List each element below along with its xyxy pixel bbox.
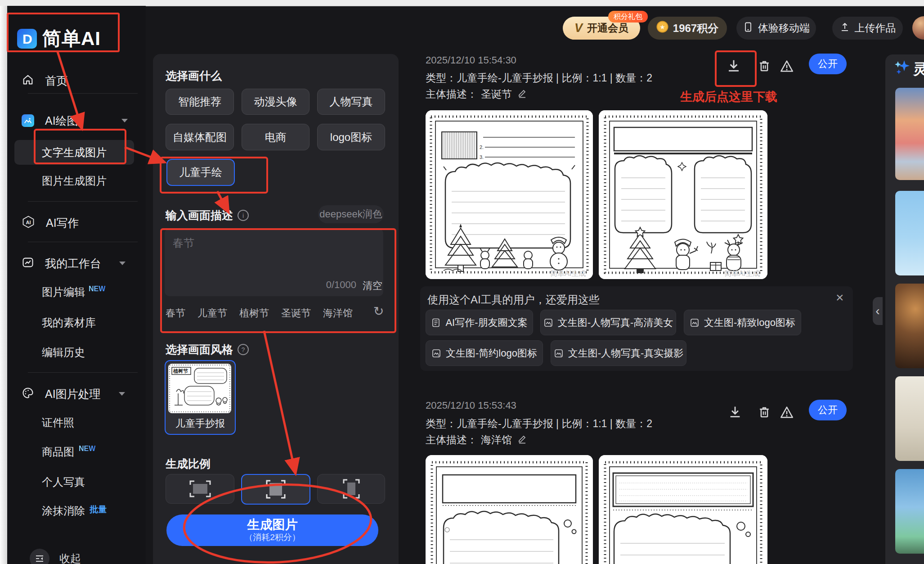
tag-item[interactable]: 海洋馆 bbox=[323, 307, 353, 320]
generated-image-ocean-2[interactable] bbox=[599, 455, 767, 564]
publish-button[interactable]: 公开 bbox=[809, 54, 847, 74]
recommend-chip-writing[interactable]: AI写作-朋友圈文案 bbox=[426, 310, 533, 335]
sidebar-item-label: 编辑历史 bbox=[42, 346, 85, 358]
delete-button[interactable] bbox=[757, 59, 772, 76]
sidebar-item-image-to-image[interactable]: 图片生成图片 bbox=[42, 173, 107, 189]
svg-text:T: T bbox=[696, 324, 698, 327]
publish-button[interactable]: 公开 bbox=[809, 400, 847, 420]
upload-work-label: 上传作品 bbox=[855, 21, 896, 35]
sidebar-item-ai-draw[interactable]: AI绘图 bbox=[22, 110, 139, 131]
window-top-edge bbox=[0, 0, 924, 6]
ai-writing-icon: AI bbox=[22, 215, 35, 230]
report-button[interactable] bbox=[779, 59, 794, 76]
category-smart[interactable]: 智能推荐 bbox=[166, 89, 234, 115]
credits-button[interactable]: ★ 1967积分 bbox=[648, 17, 727, 40]
category-portrait[interactable]: 人物写真 bbox=[317, 89, 385, 115]
clear-button[interactable]: 清空 bbox=[363, 279, 382, 293]
category-logo[interactable]: logo图标 bbox=[317, 124, 385, 150]
sidebar-item-text-to-image[interactable]: 文字生成图片 bbox=[14, 140, 134, 165]
ratio-option-portrait[interactable] bbox=[317, 474, 385, 504]
refresh-icon[interactable]: ↻ bbox=[373, 304, 384, 319]
report-button[interactable] bbox=[779, 405, 794, 422]
sidebar-item-label: 商品图 bbox=[42, 445, 74, 459]
generated-image-christmas-2[interactable]: 简单AI生成 bbox=[599, 110, 767, 279]
svg-text:T: T bbox=[550, 324, 552, 327]
watermark: 简单AI生成 bbox=[724, 270, 760, 277]
tag-item[interactable]: 植树节 bbox=[239, 307, 269, 320]
home-icon bbox=[22, 73, 34, 88]
info-icon[interactable]: i bbox=[238, 210, 249, 221]
desc-title: 输入画面描述 i bbox=[166, 208, 249, 223]
desc-value: 圣诞节 bbox=[481, 87, 512, 101]
mobile-app-button[interactable]: 体验移动端 bbox=[736, 17, 816, 40]
edit-pencil-icon[interactable] bbox=[517, 434, 527, 447]
sidebar-collapse-button[interactable]: 收起 bbox=[30, 549, 81, 564]
inspiration-thumbnail[interactable] bbox=[895, 469, 924, 554]
download-button[interactable] bbox=[725, 58, 742, 77]
collapse-label: 收起 bbox=[59, 551, 81, 564]
ratio-option-landscape[interactable] bbox=[166, 474, 234, 504]
sidebar-item-id-photo[interactable]: 证件照 bbox=[42, 415, 74, 431]
category-ecommerce[interactable]: 电商 bbox=[242, 124, 309, 150]
svg-text:3.: 3. bbox=[480, 154, 484, 160]
sidebar-item-ai-image-process[interactable]: AI图片处理 bbox=[22, 383, 139, 405]
tag-item[interactable]: 圣诞节 bbox=[281, 307, 311, 320]
inspiration-thumbnail[interactable] bbox=[895, 191, 924, 275]
generate-button[interactable]: 生成图片 （消耗2积分） bbox=[166, 514, 378, 546]
chip-label: 文生图-精致logo图标 bbox=[704, 316, 795, 329]
avatar[interactable] bbox=[912, 16, 924, 40]
category-children-drawing[interactable]: 儿童手绘 bbox=[166, 159, 235, 186]
result-timestamp: 2025/12/10 15:54:30 bbox=[426, 54, 516, 66]
category-label: 动漫头像 bbox=[254, 95, 297, 109]
generated-image-ocean-1[interactable] bbox=[426, 455, 593, 564]
edit-pencil-icon[interactable] bbox=[517, 88, 527, 101]
annotation-download-hint: 生成后点这里下载 bbox=[680, 89, 777, 105]
upload-work-button[interactable]: 上传作品 bbox=[832, 17, 903, 40]
batch-badge: 批量 bbox=[90, 504, 107, 515]
upload-icon bbox=[839, 22, 850, 35]
download-button[interactable] bbox=[727, 404, 743, 422]
sparkle-icon bbox=[893, 58, 911, 77]
close-icon[interactable]: × bbox=[836, 290, 844, 305]
sidebar-item-smear-erase[interactable]: 涂抹消除 批量 bbox=[42, 504, 107, 519]
sidebar-item-edit-history[interactable]: 编辑历史 bbox=[42, 345, 85, 361]
recommend-title: 使用这个AI工具的用户，还爱用这些 bbox=[427, 293, 600, 307]
tag-item[interactable]: 春节 bbox=[166, 307, 185, 320]
desc-label: 主体描述： bbox=[426, 433, 477, 447]
category-media-image[interactable]: 自媒体配图 bbox=[166, 124, 234, 150]
delete-button[interactable] bbox=[757, 405, 772, 422]
svg-text:AI: AI bbox=[26, 220, 31, 225]
sidebar-item-label: 文字生成图片 bbox=[42, 145, 107, 160]
category-label: 自媒体配图 bbox=[173, 130, 227, 144]
ratio-option-square[interactable] bbox=[241, 474, 310, 505]
category-label: 电商 bbox=[265, 130, 287, 144]
doc-icon bbox=[431, 318, 441, 328]
inspiration-thumbnail[interactable] bbox=[895, 284, 924, 368]
chevron-down-icon bbox=[119, 392, 125, 396]
recommend-chip-simple-logo[interactable]: T 文生图-简约logo图标 bbox=[426, 340, 543, 366]
rail-collapse-handle[interactable]: ‹ bbox=[873, 297, 883, 325]
gift-badge: 积分礼包 bbox=[608, 11, 648, 23]
recommend-chip-fine-logo[interactable]: T 文生图-精致logo图标 bbox=[684, 310, 801, 335]
style-card-children-newspaper[interactable]: 植树节 儿童手抄报 bbox=[165, 360, 236, 435]
sidebar-item-home[interactable]: 首页 bbox=[22, 70, 139, 91]
recommend-chip-beauty[interactable]: T 文生图-人物写真-高清美女 bbox=[540, 310, 676, 335]
tag-item[interactable]: 儿童节 bbox=[197, 307, 227, 320]
crop-square-icon bbox=[265, 479, 287, 500]
sidebar-item-personal-photo[interactable]: 个人写真 bbox=[42, 475, 85, 490]
help-icon[interactable]: ? bbox=[238, 344, 249, 355]
sidebar-item-material-lib[interactable]: 我的素材库 bbox=[42, 316, 96, 331]
category-anime-avatar[interactable]: 动漫头像 bbox=[242, 89, 309, 115]
recommend-chip-real-photo[interactable]: T 文生图-人物写真-真实摄影 bbox=[551, 340, 686, 366]
inspiration-thumbnail[interactable] bbox=[895, 376, 924, 461]
generated-image-christmas-1[interactable]: 2. 3. 简单AI生成 bbox=[426, 110, 593, 279]
gift-badge-label: 积分礼包 bbox=[614, 12, 642, 22]
deepseek-polish-button[interactable]: deepseek润色 bbox=[318, 205, 384, 223]
sidebar-item-product-image[interactable]: 商品图 NEW bbox=[42, 445, 95, 460]
sidebar-item-workspace[interactable]: 我的工作台 bbox=[22, 253, 139, 274]
app-logo[interactable]: D 简单AI bbox=[17, 26, 101, 51]
inspiration-thumbnail[interactable] bbox=[895, 88, 924, 180]
sidebar-item-image-edit[interactable]: 图片编辑 NEW bbox=[42, 285, 105, 300]
sidebar-item-ai-writing[interactable]: AI AI写作 bbox=[22, 212, 139, 234]
svg-text:2.: 2. bbox=[480, 144, 484, 150]
